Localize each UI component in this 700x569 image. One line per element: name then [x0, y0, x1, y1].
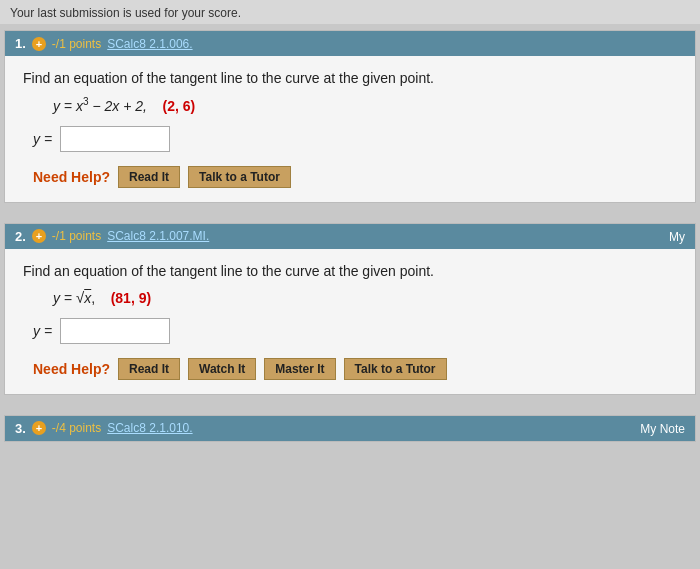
- problem-2-code[interactable]: SCalc8 2.1.007.MI.: [107, 229, 209, 243]
- problem-2-comma: ,: [91, 290, 95, 306]
- problem-1-equation-expr: x: [76, 98, 83, 114]
- problem-1-container: 1. + -/1 points SCalc8 2.1.006. Find an …: [4, 30, 696, 203]
- problem-1-header: 1. + -/1 points SCalc8 2.1.006.: [5, 31, 695, 56]
- problem-1-read-button[interactable]: Read It: [118, 166, 180, 188]
- problem-3-my-notes: My Note: [640, 421, 685, 436]
- problem-2-number: 2.: [15, 229, 26, 244]
- problem-1-description: Find an equation of the tangent line to …: [23, 70, 677, 86]
- problem-1-plus-icon: +: [32, 37, 46, 51]
- problem-2-sqrt: √: [76, 289, 84, 306]
- problem-2-read-button[interactable]: Read It: [118, 358, 180, 380]
- problem-1-answer-input[interactable]: [60, 126, 170, 152]
- problem-2-equation-y: y: [53, 290, 60, 306]
- problem-2-equation-equals: =: [64, 290, 76, 306]
- problem-3-header: 3. + -/4 points SCalc8 2.1.010. My Note: [5, 416, 695, 441]
- problem-1-answer-label: y =: [33, 131, 52, 147]
- problem-1-header-left: 1. + -/1 points SCalc8 2.1.006.: [15, 36, 193, 51]
- problem-2-need-help-label: Need Help?: [33, 361, 110, 377]
- problem-3-plus-icon: +: [32, 421, 46, 435]
- problem-1-equation: y = x3 − 2x + 2, (2, 6): [53, 96, 677, 114]
- problem-1-equation-equals: =: [64, 98, 76, 114]
- problem-2-my-notes: My: [669, 229, 685, 244]
- problem-3-points: -/4 points: [52, 421, 101, 435]
- problem-2-answer-row: y =: [33, 318, 677, 344]
- problem-2-points: -/1 points: [52, 229, 101, 243]
- problem-3-number: 3.: [15, 421, 26, 436]
- problem-3-header-left: 3. + -/4 points SCalc8 2.1.010.: [15, 421, 193, 436]
- problem-2-tutor-button[interactable]: Talk to a Tutor: [344, 358, 447, 380]
- problem-2-header-left: 2. + -/1 points SCalc8 2.1.007.MI.: [15, 229, 209, 244]
- problem-3-container: 3. + -/4 points SCalc8 2.1.010. My Note: [4, 415, 696, 442]
- problem-2-container: 2. + -/1 points SCalc8 2.1.007.MI. My Fi…: [4, 223, 696, 395]
- problem-1-equation-rest: − 2x + 2,: [92, 98, 146, 114]
- problem-1-need-help-label: Need Help?: [33, 169, 110, 185]
- problem-1-exponent: 3: [83, 96, 89, 107]
- problem-2-my-notes-text: My: [669, 230, 685, 244]
- problem-1-tutor-button[interactable]: Talk to a Tutor: [188, 166, 291, 188]
- problem-2-description: Find an equation of the tangent line to …: [23, 263, 677, 279]
- problem-1-points: -/1 points: [52, 37, 101, 51]
- problem-2-answer-label: y =: [33, 323, 52, 339]
- problem-2-equation: y = √x, (81, 9): [53, 289, 677, 306]
- gap-2: [0, 401, 700, 409]
- problem-1-equation-text: y: [53, 98, 60, 114]
- problem-1-need-help-row: Need Help? Read It Talk to a Tutor: [33, 166, 677, 188]
- problem-2-plus-icon: +: [32, 229, 46, 243]
- problem-3-code[interactable]: SCalc8 2.1.010.: [107, 421, 192, 435]
- problem-1-number: 1.: [15, 36, 26, 51]
- problem-1-point: (2, 6): [162, 98, 195, 114]
- problem-1-answer-row: y =: [33, 126, 677, 152]
- problem-2-point: (81, 9): [111, 290, 151, 306]
- problem-2-master-button[interactable]: Master It: [264, 358, 335, 380]
- problem-1-body: Find an equation of the tangent line to …: [5, 56, 695, 202]
- submission-note-text: Your last submission is used for your sc…: [10, 6, 241, 20]
- problem-2-answer-input[interactable]: [60, 318, 170, 344]
- problem-2-watch-button[interactable]: Watch It: [188, 358, 256, 380]
- problem-2-need-help-row: Need Help? Read It Watch It Master It Ta…: [33, 358, 677, 380]
- problem-2-header: 2. + -/1 points SCalc8 2.1.007.MI. My: [5, 224, 695, 249]
- problem-1-code[interactable]: SCalc8 2.1.006.: [107, 37, 192, 51]
- gap-1: [0, 209, 700, 217]
- problem-2-body: Find an equation of the tangent line to …: [5, 249, 695, 394]
- problem-3-my-notes-text: My Note: [640, 422, 685, 436]
- submission-note: Your last submission is used for your sc…: [0, 0, 700, 24]
